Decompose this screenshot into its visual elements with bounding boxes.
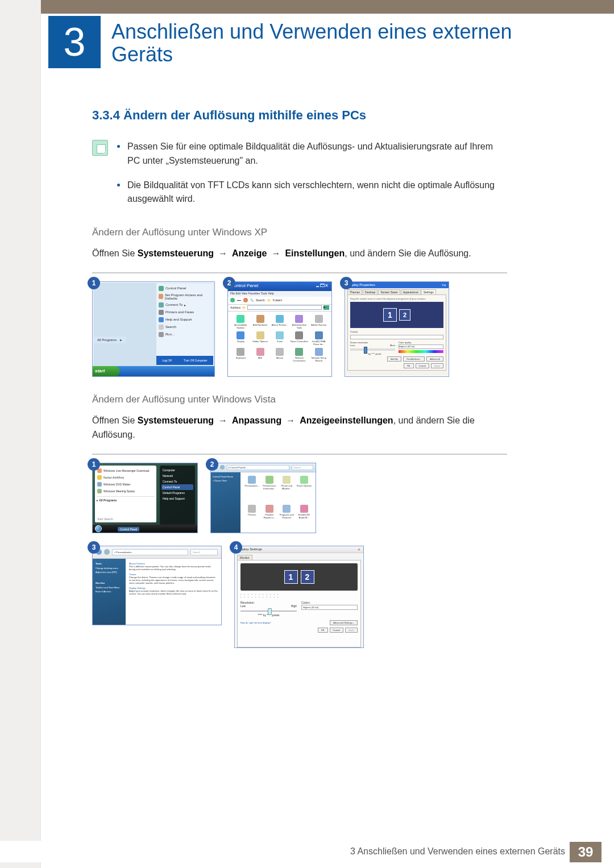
note-bullet-list: Passen Sie für eine optimale Bildqualitä… xyxy=(117,140,507,217)
section-heading: 3.3.4 Ändern der Auflösung mithilfe eine… xyxy=(92,108,507,123)
chapter-number-badge: 3 xyxy=(48,16,101,68)
page-number: 39 xyxy=(570,842,601,862)
vista-screenshot-row-1: 1 Windows Live Messenger Download Norton… xyxy=(92,463,507,533)
top-accent-bar xyxy=(0,0,614,14)
step-badge: 1 xyxy=(88,458,100,471)
xp-subheading: Ändern der Auflösung unter Windows XP xyxy=(92,227,507,238)
all-programs: All Programs xyxy=(94,337,126,343)
xp-startmenu-screenshot: Control Panel Set Program Access and Def… xyxy=(92,281,215,377)
divider xyxy=(92,272,507,273)
vista-startmenu-screenshot: Windows Live Messenger Download Norton A… xyxy=(92,463,198,533)
side-accent-bar xyxy=(0,0,41,868)
step-badge: 3 xyxy=(340,277,352,289)
step-badge: 3 xyxy=(88,541,100,554)
chapter-title: Anschließen und Verwenden eines externen… xyxy=(111,20,555,65)
vista-subheading: Ändern der Auflösung unter Windows Vista xyxy=(92,394,507,405)
step-badge: 1 xyxy=(88,277,100,289)
section-title: Ändern der Auflösung mithilfe eines PCs xyxy=(123,108,366,122)
start-orb-icon xyxy=(95,525,102,532)
xp-controlpanel-screenshot: Control Panel🗕🗖✕ File Edit View Favorite… xyxy=(227,281,332,377)
start-button: start xyxy=(93,366,120,376)
footer-chapter-ref: 3 Anschließen und Verwenden eines extern… xyxy=(350,846,565,857)
note-bullet: Passen Sie für eine optimale Bildqualitä… xyxy=(117,140,507,168)
vista-controlpanel-screenshot: ▸ Control Panel ▸ Search Control Panel H… xyxy=(210,463,316,533)
note-bullet: Die Bildqualität von TFT LCDs kann sich … xyxy=(117,178,507,207)
xp-display-properties-screenshot: Display Properties?✕ Themes Desktop Scre… xyxy=(345,281,449,377)
section-number: 3.3.4 xyxy=(92,108,120,122)
xp-screenshot-row: 1 Control Panel Set Program Access and D… xyxy=(92,281,507,377)
vista-personalization-screenshot: « Personalization Search Tasks Change de… xyxy=(92,546,222,625)
step-badge: 2 xyxy=(223,277,235,289)
step-badge: 4 xyxy=(230,541,242,554)
vista-screenshot-row-2: 3 « Personalization Search Tasks Change … xyxy=(92,546,507,648)
vista-display-settings-screenshot: Display Settings✕ Monitor 1 2 • • • • • … xyxy=(234,546,364,648)
note-icon xyxy=(92,140,108,156)
page-footer: 3 Anschließen und Verwenden eines extern… xyxy=(0,841,614,862)
divider xyxy=(92,454,507,455)
note-block: Passen Sie für eine optimale Bildqualitä… xyxy=(92,140,507,217)
xp-path-text: Öffnen Sie Systemsteuerung→Anzeige→Einst… xyxy=(92,246,507,261)
step-badge: 2 xyxy=(206,458,218,471)
vista-path-text: Öffnen Sie Systemsteuerung→Anpassung→Anz… xyxy=(92,413,507,442)
